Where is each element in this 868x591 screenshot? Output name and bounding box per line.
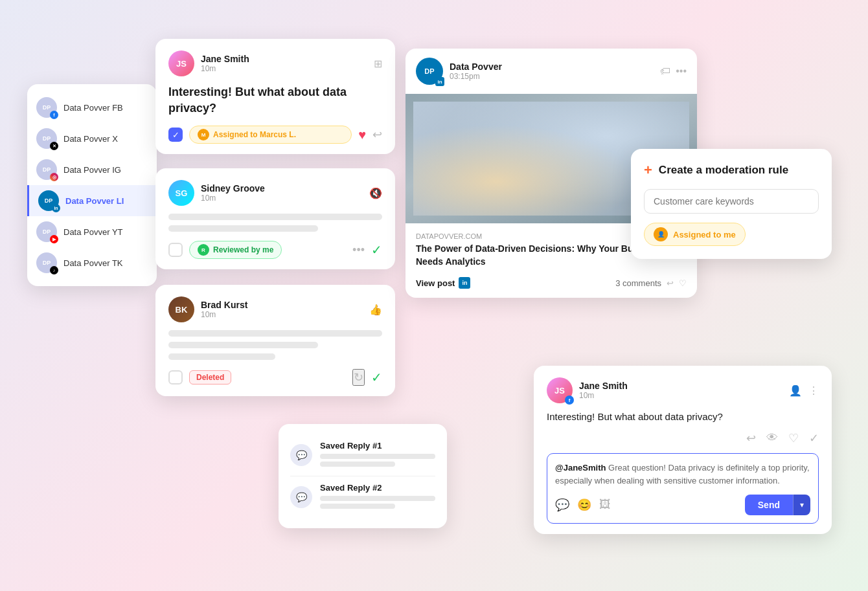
reply-action-icon[interactable]: ↩ <box>746 431 756 445</box>
comment3-card: BK Brad Kurst 10m 👍 Deleted ↻ ✓ <box>155 285 395 396</box>
send-button-group[interactable]: Send ▾ <box>745 495 810 515</box>
sidebar-label-fb: Data Povver FB <box>63 103 123 113</box>
comment-detail-card: JS f Jane Smith 10m 👤 ⋮ Interesting! But… <box>534 366 832 534</box>
detail-user-icon[interactable]: 👤 <box>789 385 802 397</box>
detail-user-avatar: JS f <box>547 377 573 403</box>
heart-action-icon[interactable]: ♡ <box>788 431 799 445</box>
comment3-line3 <box>168 353 275 360</box>
detail-reactions-row: ↩ 👁 ♡ ✓ <box>547 431 819 445</box>
comment3-recycle-button[interactable]: ↻ <box>352 369 365 386</box>
sidebar-avatar-yt: DP ▶ <box>36 221 57 242</box>
comment3-check-icon: ✓ <box>371 370 382 385</box>
comment1-checkbox[interactable]: ✓ <box>168 128 183 142</box>
comment1-user-name: Jane Smith <box>201 54 367 64</box>
fb-platform-badge: f <box>50 111 58 119</box>
comment1-user-time: 10m <box>201 64 367 73</box>
linkedin-badge: in <box>435 77 444 86</box>
detail-more-icon[interactable]: ⋮ <box>808 385 819 397</box>
detail-user-time: 10m <box>579 391 782 400</box>
compose-image-icon[interactable]: 🖼 <box>599 498 611 512</box>
comment2-card: SG Sidney Groove 10m 🔇 R Reviewed by me … <box>155 168 395 269</box>
reply-mention: @JaneSmith <box>555 463 606 473</box>
moderation-card: + Create a moderation rule 👤 Assigned to… <box>631 149 832 259</box>
tk-platform-badge: ♪ <box>50 266 58 274</box>
compose-chat-icon[interactable]: 💬 <box>555 498 569 512</box>
fb-detail-badge: f <box>565 396 574 405</box>
assigned-marcus-avatar: M <box>198 129 209 140</box>
compose-emoji-icon[interactable]: 😊 <box>577 498 591 512</box>
comment2-reviewed-badge[interactable]: R Reviewed by me <box>189 241 282 259</box>
linkedin-comments-count: 3 comments ↩ ♡ <box>615 278 687 288</box>
comment2-user-info: Sidney Groove 10m <box>201 183 363 203</box>
moderation-assigned-badge[interactable]: 👤 Assigned to me <box>644 223 746 246</box>
sidebar-label-ig: Data Povver IG <box>63 165 121 175</box>
sidebar-avatar-tk: DP ♪ <box>36 252 57 273</box>
saved-reply-item-2[interactable]: 💬 Saved Reply #2 <box>290 476 435 518</box>
comment2-avatar: SG <box>168 180 194 206</box>
comment1-avatar: JS <box>168 50 194 76</box>
comment2-line1 <box>168 214 382 220</box>
view-post-button[interactable]: View post in <box>416 277 470 289</box>
saved-reply-content-2: Saved Reply #2 <box>320 483 435 511</box>
linkedin-action-icons: 🏷 ••• <box>660 65 687 77</box>
sidebar-avatar-fb: DP f <box>36 97 57 118</box>
like-icon[interactable]: ♡ <box>679 278 687 288</box>
send-button[interactable]: Send <box>745 495 793 515</box>
saved-reply-line2 <box>320 462 395 467</box>
sidebar-item-li[interactable]: DP in Data Povver LI <box>27 185 157 216</box>
saved-reply-avatar-1: 💬 <box>290 444 312 466</box>
comment3-line1 <box>168 330 382 337</box>
comment1-assigned-badge[interactable]: M Assigned to Marcus L. <box>189 126 352 144</box>
reply-compose-text: @JaneSmith Great question! Data privacy … <box>555 462 810 487</box>
comment1-heart-button[interactable]: ♥ <box>358 128 366 142</box>
comment3-user-name: Brad Kurst <box>201 300 363 310</box>
check-action-icon[interactable]: ✓ <box>809 431 819 445</box>
sidebar-label-tk: Data Povver TK <box>63 258 123 268</box>
comment2-dots-button[interactable]: ••• <box>352 243 365 257</box>
comment3-line2 <box>168 342 318 348</box>
reviewed-avatar: R <box>198 244 209 256</box>
comment3-like-icon[interactable]: 👍 <box>369 304 382 316</box>
comment1-reply-button[interactable]: ↩ <box>372 128 382 142</box>
saved-reply-title-2: Saved Reply #2 <box>320 483 435 493</box>
detail-user-info: Jane Smith 10m <box>579 381 782 400</box>
comment3-user-info: Brad Kurst 10m <box>201 300 363 319</box>
comment2-mute-icon[interactable]: 🔇 <box>369 187 382 199</box>
comment3-user-time: 10m <box>201 310 363 319</box>
sidebar-item-fb[interactable]: DP f Data Povver FB <box>27 92 157 123</box>
linkedin-small-icon: in <box>459 277 470 289</box>
sidebar-label-yt: Data Povver YT <box>63 227 123 237</box>
ig-platform-badge: ◎ <box>50 173 58 181</box>
send-caret-button[interactable]: ▾ <box>793 495 810 515</box>
sidebar-item-ig[interactable]: DP ◎ Data Povver IG <box>27 154 157 185</box>
detail-user-name: Jane Smith <box>579 381 782 391</box>
sidebar-item-tk[interactable]: DP ♪ Data Povver TK <box>27 247 157 278</box>
comment3-checkbox[interactable] <box>168 370 183 385</box>
comment1-text: Interesting! But what about data privacy… <box>168 84 382 117</box>
moderation-title: Create a moderation rule <box>659 164 788 177</box>
sidebar-item-yt[interactable]: DP ▶ Data Povver YT <box>27 216 157 247</box>
linkedin-tag-icon[interactable]: 🏷 <box>660 65 670 77</box>
share-icon[interactable]: ↩ <box>667 278 674 288</box>
saved-reply-line1 <box>320 454 435 459</box>
hide-action-icon[interactable]: 👁 <box>766 431 778 445</box>
comment1-menu-icon[interactable]: ⊞ <box>374 58 382 70</box>
moderation-keyword-input[interactable] <box>644 189 819 214</box>
comment2-user-name: Sidney Groove <box>201 183 363 194</box>
sidebar-item-x[interactable]: DP ✕ Data Povver X <box>27 123 157 154</box>
linkedin-post-time: 03:15pm <box>450 72 654 81</box>
comment2-user-time: 10m <box>201 194 363 203</box>
linkedin-channel-avatar: DP in <box>416 58 443 85</box>
saved-reply-avatar-2: 💬 <box>290 486 312 508</box>
sidebar-avatar-ig: DP ◎ <box>36 159 57 180</box>
saved-reply-title-1: Saved Reply #1 <box>320 441 435 451</box>
comment3-avatar: BK <box>168 296 194 322</box>
saved-reply-item-1[interactable]: 💬 Saved Reply #1 <box>290 434 435 476</box>
saved-reply-line4 <box>320 504 395 509</box>
li-platform-badge: in <box>52 204 60 212</box>
comment2-checkbox[interactable] <box>168 243 183 257</box>
linkedin-more-icon[interactable]: ••• <box>676 65 687 77</box>
sidebar-avatar-li: DP in <box>38 190 59 211</box>
compose-icon-group: 💬 😊 🖼 <box>555 498 611 512</box>
reply-compose-box: @JaneSmith Great question! Data privacy … <box>547 453 819 524</box>
